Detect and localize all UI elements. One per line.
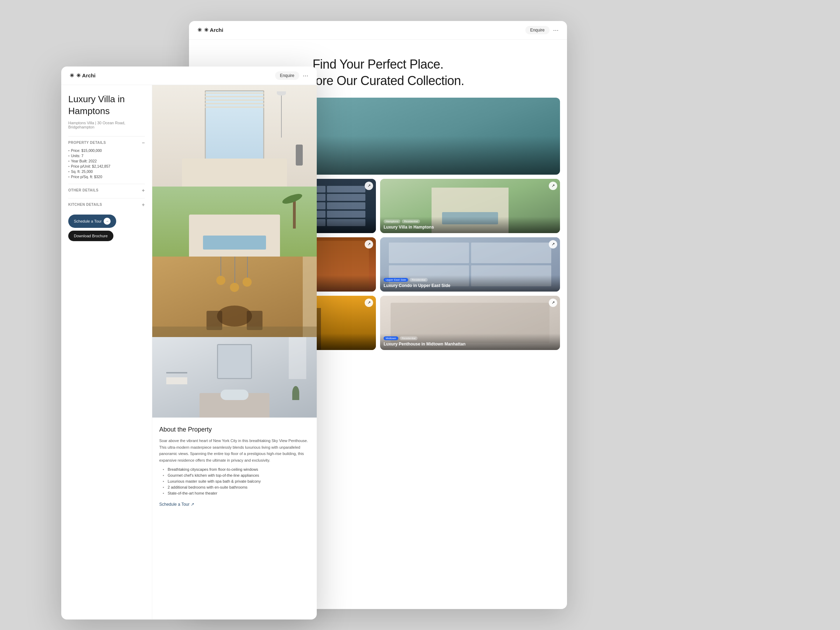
midtown-card-bottom: Midtown Residential Luxury Penthouse in … [380,333,560,350]
back-enquire-button[interactable]: Enquire [525,26,549,34]
about-bullet-5: State-of-the-art home theater [163,491,310,495]
detail-price: Price: $15,000,000 [68,148,145,153]
detail-year: Year Built: 2022 [68,159,145,163]
prop-card-midtown[interactable]: ↗ Midtown Residential Luxury Penthouse i… [380,296,560,350]
bathroom-image [152,337,317,418]
midtown-expand-btn[interactable]: ↗ [549,298,557,307]
schedule-tour-button[interactable]: Schedule a Tour → [68,215,116,228]
prop-card-uppereast[interactable]: ↗ Upper East Side Residential Luxury Con… [380,237,560,292]
front-logo-text: ✳ Archi [76,73,96,79]
property-title: Luxury Villa in Hamptons [68,93,145,117]
front-logo-star: ✳ [69,73,74,79]
main-room-image [152,85,317,186]
back-nav: ✳ ✳ Archi Enquire ⋯ [189,21,567,39]
hampton-expand-btn[interactable]: ↗ [549,182,557,190]
about-schedule-link[interactable]: Schedule a Tour ↗ [159,502,194,507]
dining-image [152,257,317,337]
schedule-tour-arrow: → [104,218,111,225]
hero-line2: Explore Our Curated Collection. [292,74,464,88]
exterior-image [152,186,317,257]
property-details-section: PROPERTY DETAILS − Price: $15,000,000 Un… [68,136,145,179]
about-bullet-1: Breathtaking cityscapes from floor-to-ce… [163,467,310,471]
download-brochure-button[interactable]: Download Brochure [68,231,114,241]
front-logo: ✳ ✳ Archi [69,73,96,79]
kitchen-toggle-icon: + [142,202,145,208]
midtown-title: Luxury Penthouse in Midtown Manhattan [384,342,556,347]
left-panel: Luxury Villa in Hamptons Hamptons Villa … [61,85,152,619]
detail-price-unit: Price p/Unit: $2,142,857 [68,164,145,168]
other-details-header[interactable]: OTHER DETAILS + [68,188,145,193]
front-nav-actions: Enquire ⋯ [275,71,308,80]
details-toggle-icon: − [142,140,145,145]
front-enquire-button[interactable]: Enquire [275,71,299,80]
other-toggle-icon: + [142,188,145,193]
about-bullet-3: Luxurious master suite with spa bath & p… [163,479,310,483]
kitchen-details-header[interactable]: KITCHEN DETAILS + [68,202,145,208]
uppereast-card-bottom: Upper East Side Residential Luxury Condo… [380,275,560,292]
back-logo: ✳ ✳ Archi [197,27,223,33]
back-logo-star: ✳ [197,27,202,33]
midtown-badge-1: Midtown [384,336,398,340]
left-content: Luxury Villa in Hamptons Hamptons Villa … [61,85,317,619]
back-logo-text: ✳ Archi [204,27,223,33]
hero-line1: Find Your Perfect Place. [313,57,444,71]
back-nav-actions: Enquire ⋯ [525,26,559,34]
other-details-section: OTHER DETAILS + [68,184,145,193]
action-buttons: Schedule a Tour → Download Brochure [68,215,145,241]
about-bullet-4: 2 additional bedrooms with en-suite bath… [163,485,310,489]
uppereast-badge-1: Upper East Side [384,278,408,282]
hampton-card-bottom: Hamptons Residential Luxury Villa in Ham… [380,217,560,233]
queens-expand-btn[interactable]: ↗ [365,240,373,248]
jersey-expand-btn[interactable]: ↗ [365,298,373,307]
uppereast-title: Luxury Condo in Upper East Side [384,283,556,289]
about-bullets: Breathtaking cityscapes from floor-to-ce… [159,467,310,495]
front-nav: ✳ ✳ Archi Enquire ⋯ [61,66,317,85]
property-address: Hamptons Villa | 30 Ocean Road, Bridgeha… [68,121,145,129]
front-window: ✳ ✳ Archi Enquire ⋯ Luxury Villa in Hamp… [61,66,317,619]
kitchen-details-section: KITCHEN DETAILS + [68,198,145,208]
about-bullet-2: Gourmet chef's kitchen with top-of-the-l… [163,473,310,477]
hampton-title: Luxury Villa in Hamptons [384,225,556,230]
property-details-header[interactable]: PROPERTY DETAILS − [68,140,145,145]
uppereast-badge-2: Residential [409,278,428,282]
about-title: About the Property [159,426,310,433]
midtown-badge-2: Residential [400,336,418,340]
detail-price-sqft: Price p/Sq. ft: $320 [68,175,145,179]
brooklyn-expand-btn[interactable]: ↗ [365,182,373,190]
about-section: About the Property Soar above the vibran… [152,418,317,516]
hampton-badge-1: Hamptons [384,219,400,223]
uppereast-expand-btn[interactable]: ↗ [549,240,557,248]
detail-sqft: Sq. ft: 25,000 [68,169,145,174]
right-images: About the Property Soar above the vibran… [152,85,317,619]
prop-card-hampton[interactable]: ↗ Hamptons Residential Luxury Villa in H… [380,179,560,233]
detail-units: Units: 7 [68,154,145,158]
about-text: Soar above the vibrant heart of New York… [159,437,310,464]
back-menu-icon[interactable]: ⋯ [553,27,559,33]
front-menu-icon[interactable]: ⋯ [303,73,308,79]
hampton-badge-2: Residential [402,219,420,223]
